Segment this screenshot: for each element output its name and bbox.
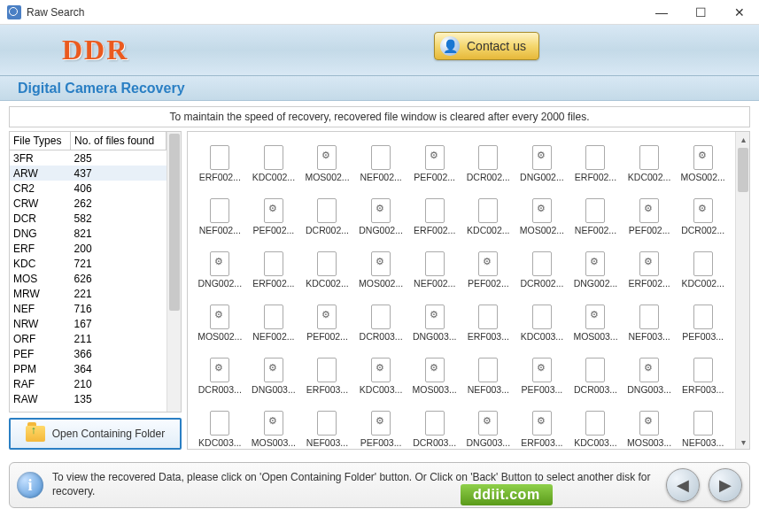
file-item[interactable]: NEF002... <box>569 190 623 243</box>
scroll-up-icon[interactable]: ▴ <box>736 132 750 146</box>
table-row[interactable]: PEF366 <box>10 346 167 361</box>
file-item[interactable]: PEF002... <box>407 137 461 190</box>
file-item[interactable]: KDC003... <box>354 350 408 403</box>
close-button[interactable]: ✕ <box>720 0 759 25</box>
table-row[interactable]: RAF210 <box>10 376 167 391</box>
file-item[interactable]: KDC002... <box>247 137 301 190</box>
file-item[interactable]: NEF003... <box>461 350 515 403</box>
table-row[interactable]: DCR582 <box>10 211 167 226</box>
file-item[interactable]: DCR002... <box>461 137 515 190</box>
file-item[interactable]: ERF002... <box>569 137 623 190</box>
file-item[interactable]: DNG002... <box>354 190 408 243</box>
file-item[interactable]: MOS003... <box>623 403 677 449</box>
next-button[interactable]: ▶ <box>709 468 742 502</box>
file-item[interactable]: NEF002... <box>354 137 408 190</box>
file-item[interactable]: DCR003... <box>407 403 461 449</box>
table-row[interactable]: CR2406 <box>10 181 167 196</box>
file-item[interactable]: DCR002... <box>676 190 730 243</box>
minimize-button[interactable]: — <box>642 0 681 25</box>
file-item[interactable]: DCR002... <box>300 190 354 243</box>
file-item[interactable]: MOS002... <box>354 243 408 297</box>
open-folder-label: Open Containing Folder <box>52 428 165 440</box>
scroll-down-icon[interactable]: ▾ <box>736 435 750 449</box>
file-item[interactable]: KDC002... <box>461 190 515 243</box>
table-row[interactable]: NEF716 <box>10 301 167 316</box>
file-item[interactable]: KDC002... <box>623 137 677 190</box>
table-row[interactable]: NRW167 <box>10 316 167 331</box>
recovered-files-panel: ERF002...KDC002...MOS002...NEF002...PEF0… <box>187 131 750 450</box>
table-scrollbar[interactable] <box>167 132 181 412</box>
file-name: DNG002... <box>520 172 564 182</box>
open-containing-folder-button[interactable]: Open Containing Folder <box>9 418 182 450</box>
file-item[interactable]: ERF003... <box>300 350 354 403</box>
table-row[interactable]: ERF200 <box>10 241 167 256</box>
file-item[interactable]: NEF003... <box>676 403 730 449</box>
file-item[interactable]: DCR003... <box>354 297 408 350</box>
file-item[interactable]: KDC002... <box>300 243 354 297</box>
file-item[interactable]: DNG003... <box>407 297 461 350</box>
scrollbar-thumb[interactable] <box>738 148 748 192</box>
file-item[interactable]: ERF003... <box>515 403 569 449</box>
file-item[interactable]: DCR002... <box>515 243 569 297</box>
file-item[interactable]: MOS002... <box>515 190 569 243</box>
table-row[interactable]: KDC721 <box>10 256 167 271</box>
file-item[interactable]: ERF002... <box>247 243 301 297</box>
file-item[interactable]: DCR003... <box>569 350 623 403</box>
file-item[interactable]: MOS003... <box>247 403 301 449</box>
table-row[interactable]: MOS626 <box>10 271 167 286</box>
file-item[interactable]: PEF002... <box>247 190 301 243</box>
file-item[interactable]: DNG003... <box>247 350 301 403</box>
file-item[interactable]: DNG002... <box>515 137 569 190</box>
file-item[interactable]: PEF003... <box>676 297 730 350</box>
file-item[interactable]: MOS003... <box>407 350 461 403</box>
file-item[interactable]: KDC002... <box>676 243 730 297</box>
file-item[interactable]: PEF003... <box>515 350 569 403</box>
col-file-types[interactable]: File Types <box>10 132 71 150</box>
file-item[interactable]: ERF002... <box>623 243 677 297</box>
back-button[interactable]: ◀ <box>666 468 700 502</box>
table-row[interactable]: 3FR285 <box>10 150 167 166</box>
files-scrollbar[interactable]: ▴ ▾ <box>735 132 749 449</box>
file-item[interactable]: PEF002... <box>300 297 354 350</box>
file-item[interactable]: KDC003... <box>193 403 247 449</box>
file-item[interactable]: DNG002... <box>569 243 623 297</box>
file-item[interactable]: KDC003... <box>569 403 623 449</box>
file-item[interactable]: NEF003... <box>300 403 354 449</box>
file-item[interactable]: ERF002... <box>407 190 461 243</box>
file-item[interactable]: NEF002... <box>247 297 301 350</box>
file-item[interactable]: MOS002... <box>300 137 354 190</box>
file-item[interactable]: NEF003... <box>623 297 677 350</box>
file-item[interactable]: MOS002... <box>193 297 247 350</box>
table-row[interactable]: DNG821 <box>10 226 167 241</box>
table-row[interactable]: ORF211 <box>10 331 167 346</box>
maximize-button[interactable]: ☐ <box>681 0 720 25</box>
file-item[interactable]: PEF002... <box>461 243 515 297</box>
file-item[interactable]: MOS002... <box>676 137 730 190</box>
table-row[interactable]: MRW221 <box>10 286 167 301</box>
file-item[interactable]: ERF003... <box>676 350 730 403</box>
file-name: MOS003... <box>252 437 296 448</box>
file-icon <box>371 305 391 329</box>
table-row[interactable]: ARW437 <box>10 166 167 181</box>
file-item[interactable]: NEF002... <box>407 243 461 297</box>
file-item[interactable]: ERF002... <box>193 137 247 190</box>
file-item[interactable]: DNG003... <box>461 403 515 449</box>
file-item[interactable]: PEF002... <box>623 190 677 243</box>
file-item[interactable]: DNG003... <box>623 350 677 403</box>
table-row[interactable]: CRW262 <box>10 196 167 211</box>
col-files-found[interactable]: No. of files found <box>71 132 167 150</box>
file-icon <box>532 411 552 436</box>
file-icon <box>425 358 445 382</box>
file-item[interactable]: MOS003... <box>569 297 623 350</box>
contact-us-button[interactable]: 👤 Contact us <box>434 32 539 60</box>
file-item[interactable]: ERF003... <box>461 297 515 350</box>
file-icon <box>639 251 659 276</box>
file-item[interactable]: DCR003... <box>193 350 247 403</box>
file-icon <box>532 198 552 223</box>
file-item[interactable]: PEF003... <box>354 403 408 449</box>
file-item[interactable]: KDC003... <box>515 297 569 350</box>
file-item[interactable]: NEF002... <box>193 190 247 243</box>
file-item[interactable]: DNG002... <box>193 243 247 297</box>
table-row[interactable]: RAW135 <box>10 391 167 406</box>
table-row[interactable]: PPM364 <box>10 361 167 376</box>
